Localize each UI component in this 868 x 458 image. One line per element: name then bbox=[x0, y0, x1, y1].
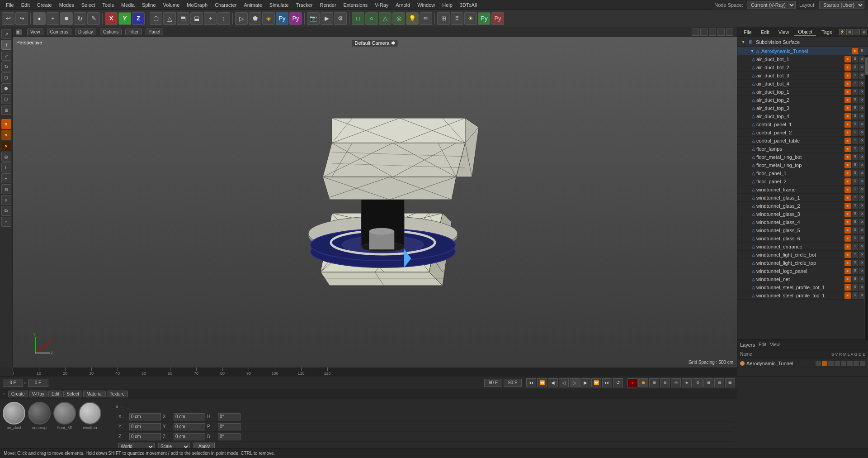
material-button[interactable]: ◈ bbox=[262, 12, 275, 25]
menu-animate[interactable]: Animate bbox=[241, 1, 265, 9]
render-button[interactable]: ⚙ bbox=[334, 12, 347, 25]
ti-orange-7[interactable]: ■ bbox=[844, 113, 851, 119]
layer-icon-2[interactable] bbox=[822, 361, 827, 366]
ti-dots-2[interactable]: ⠿ bbox=[852, 72, 858, 79]
goto-start-button[interactable]: ⏮ bbox=[526, 378, 536, 387]
tree-item-control-panel-table[interactable]: △ control_panel_table ■ ⠿ ✕ bbox=[737, 137, 868, 145]
ti-orange-14[interactable]: ■ bbox=[844, 170, 851, 177]
tree-item-windtunnel-logo-panel[interactable]: △ windtunnel_logo_panel ■ ⠿ ✕ bbox=[737, 267, 868, 275]
material-create-tab[interactable]: Create bbox=[8, 391, 28, 397]
ti-dots-26[interactable]: ⠿ bbox=[852, 268, 858, 274]
scrollbar-thumb[interactable] bbox=[865, 57, 868, 75]
polygon-mode-button[interactable]: △ bbox=[163, 12, 176, 25]
material-thumb-floor_M/[interactable] bbox=[53, 402, 76, 425]
material-menu-icon[interactable]: ≡ bbox=[3, 391, 5, 396]
tree-item-air-duct-bot-1[interactable]: △ air_duct_bot_1 ■ ⠿ ✕ bbox=[737, 55, 868, 63]
layer-icon-3[interactable] bbox=[828, 361, 834, 366]
ti-orange-27[interactable]: ■ bbox=[844, 276, 851, 282]
tool-3[interactable]: ⬟ bbox=[1, 83, 11, 93]
layer-icon-6[interactable] bbox=[847, 361, 853, 366]
tree-item-windtunnel-glass-1[interactable]: △ windtunnel_glass_1 ■ ⠿ ✕ bbox=[737, 194, 868, 202]
tree-item-floor-panel-2[interactable]: △ floor_panel_2 ■ ⠿ ✕ bbox=[737, 177, 868, 186]
prev-key-button[interactable]: ◀ bbox=[548, 378, 558, 387]
ti-dots-10[interactable]: ⠿ bbox=[852, 138, 858, 144]
tree-item-windtunnel-glass-6[interactable]: △ windtunnel_glass_6 ■ ⠿ ✕ bbox=[737, 234, 868, 243]
grid-button[interactable]: ⊞ bbox=[437, 12, 450, 25]
x-value-input[interactable] bbox=[129, 413, 161, 420]
prev-frame-button[interactable]: ⏪ bbox=[537, 378, 547, 387]
tree-item-control-panel-2[interactable]: △ control_panel_2 ■ ⠿ ✕ bbox=[737, 129, 868, 137]
x2-value-input[interactable] bbox=[174, 413, 205, 420]
auto-key-button[interactable]: ⏺ bbox=[638, 378, 648, 387]
ti-dots-19[interactable]: ⠿ bbox=[852, 211, 858, 217]
layer-icon-7[interactable] bbox=[854, 361, 859, 366]
tree-item-windtunnel-glass-3[interactable]: △ windtunnel_glass_3 ■ ⠿ ✕ bbox=[737, 210, 868, 218]
material-item-floor_M/[interactable]: floor_M/ bbox=[53, 402, 76, 430]
ti-orange-29[interactable]: ■ bbox=[844, 292, 851, 299]
layers-view[interactable]: View bbox=[770, 342, 780, 347]
tree-aerodynamic-tunnel[interactable]: ▼ △ Aerodynamic_Tunnel ■ ⠿ bbox=[737, 47, 868, 55]
material-item-air_duct[interactable]: air_duct bbox=[3, 402, 25, 430]
goto-end-button[interactable]: ⏭ bbox=[602, 378, 612, 387]
ti-orange-16[interactable]: ■ bbox=[844, 186, 851, 193]
tree-icon-dots[interactable]: ⠿ bbox=[859, 48, 865, 54]
ti-orange-24[interactable]: ■ bbox=[844, 252, 851, 258]
ti-dots-17[interactable]: ⠿ bbox=[852, 195, 858, 201]
timeline-mode-8[interactable]: ▦ bbox=[725, 378, 735, 387]
menu-file[interactable]: File bbox=[3, 1, 17, 9]
y2-value-input[interactable] bbox=[174, 423, 205, 430]
right-panel-icon-1[interactable]: ⚡ bbox=[839, 29, 845, 35]
ti-dots-21[interactable]: ⠿ bbox=[852, 227, 858, 234]
menu-tracker[interactable]: Tracker bbox=[293, 1, 316, 9]
tree-item-control-panel-1[interactable]: △ control_panel_1 ■ ⠿ ✕ bbox=[737, 120, 868, 129]
timeline-mode-7[interactable]: ⊟ bbox=[714, 378, 724, 387]
ti-dots-29[interactable]: ⠿ bbox=[852, 292, 858, 299]
menu-media[interactable]: Media bbox=[118, 1, 138, 9]
h-value-input[interactable] bbox=[218, 413, 241, 420]
ti-orange-13[interactable]: ■ bbox=[844, 162, 851, 168]
ti-dots-25[interactable]: ⠿ bbox=[852, 260, 858, 266]
menu-mograph[interactable]: MoGraph bbox=[184, 1, 211, 9]
timeline-mode-3[interactable]: ◎ bbox=[671, 378, 681, 387]
camera-button[interactable]: 📷 bbox=[307, 12, 320, 25]
material-material-tab[interactable]: Material bbox=[83, 391, 106, 397]
ti-orange-1[interactable]: ■ bbox=[844, 64, 851, 71]
timeline-mode-2[interactable]: ⊟ bbox=[660, 378, 670, 387]
ti-orange-22[interactable]: ■ bbox=[844, 235, 851, 242]
ti-dots-28[interactable]: ⠿ bbox=[852, 284, 858, 291]
ti-orange-4[interactable]: ■ bbox=[844, 89, 851, 95]
ti-dots-0[interactable]: ⠿ bbox=[852, 56, 858, 62]
tool-circle[interactable]: ○ bbox=[1, 217, 11, 227]
tree-item-air-duct-bot-2[interactable]: △ air_duct_bot_2 ■ ⠿ ✕ bbox=[737, 63, 868, 72]
ti-orange-21[interactable]: ■ bbox=[844, 227, 851, 234]
viewport-icon-5[interactable] bbox=[726, 29, 733, 36]
layers-edit[interactable]: Edit bbox=[759, 342, 766, 347]
viewport-view-tab[interactable]: View bbox=[27, 29, 43, 35]
menu-window[interactable]: Window bbox=[414, 1, 438, 9]
menu-help[interactable]: Help bbox=[439, 1, 456, 9]
right-tab-edit[interactable]: Edit bbox=[757, 29, 773, 36]
ti-orange-11[interactable]: ■ bbox=[844, 146, 851, 152]
record-button[interactable]: ● bbox=[627, 378, 637, 387]
cube-button[interactable]: □ bbox=[352, 12, 364, 25]
material-vray-tab[interactable]: V-Ray bbox=[29, 391, 47, 397]
right-tab-view[interactable]: View bbox=[775, 29, 793, 36]
ti-dots-23[interactable]: ⠿ bbox=[852, 243, 858, 250]
paint-button[interactable]: ✎ bbox=[87, 12, 100, 25]
python2-button[interactable]: Py bbox=[289, 12, 302, 25]
next-frame-button[interactable]: ⏩ bbox=[591, 378, 601, 387]
ti-orange-20[interactable]: ■ bbox=[844, 219, 851, 225]
cone-button[interactable]: △ bbox=[379, 12, 392, 25]
z-value-input[interactable] bbox=[129, 433, 161, 440]
tree-item-floor-metal-ring-bot[interactable]: △ floor_metal_ring_bot ■ ⠿ ✕ bbox=[737, 153, 868, 161]
tool-dollar2[interactable]: $ bbox=[1, 130, 11, 140]
lasso-button[interactable]: ⬟ bbox=[249, 12, 261, 25]
viewport-panel-tab[interactable]: Panel bbox=[146, 29, 164, 35]
viewport-options-tab[interactable]: Options bbox=[100, 29, 122, 35]
play-button[interactable]: ▶ bbox=[321, 12, 333, 25]
move-button[interactable]: ↕ bbox=[217, 12, 230, 25]
sphere-button[interactable]: ○ bbox=[365, 12, 378, 25]
tool-ring[interactable]: ◎ bbox=[1, 152, 11, 162]
tree-item-windtunnel-glass-2[interactable]: △ windtunnel_glass_2 ■ ⠿ ✕ bbox=[737, 202, 868, 210]
object-tree-scrollbar[interactable] bbox=[864, 55, 868, 339]
